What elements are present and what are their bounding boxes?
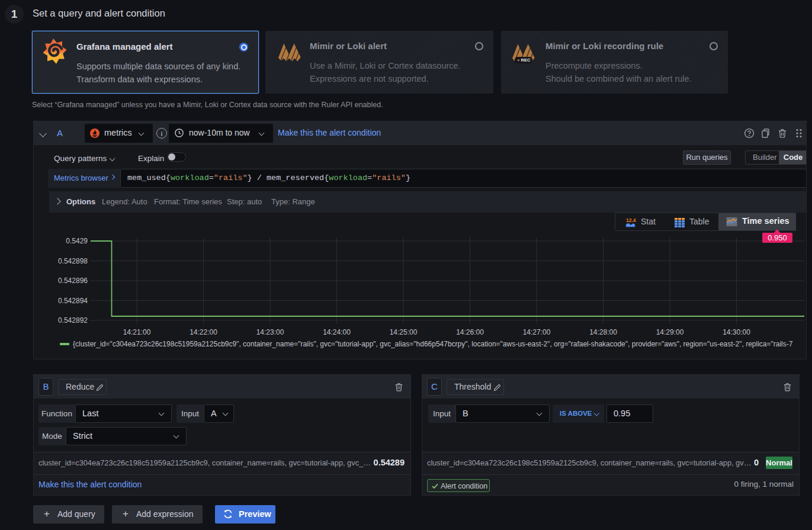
svg-text:14:27:00: 14:27:00 xyxy=(523,328,551,336)
svg-text:0.542892: 0.542892 xyxy=(58,316,88,325)
svg-text:14:23:00: 14:23:00 xyxy=(256,328,284,336)
svg-text:0.542894: 0.542894 xyxy=(58,297,88,305)
svg-text:14:25:00: 14:25:00 xyxy=(390,328,418,336)
svg-text:0.5429: 0.5429 xyxy=(66,237,88,245)
svg-text:14:28:00: 14:28:00 xyxy=(589,328,617,336)
svg-text:14:24:00: 14:24:00 xyxy=(323,328,351,336)
svg-text:14:22:00: 14:22:00 xyxy=(190,328,217,336)
svg-text:14:26:00: 14:26:00 xyxy=(456,328,484,336)
svg-text:0.542898: 0.542898 xyxy=(58,257,88,265)
svg-text:14:29:00: 14:29:00 xyxy=(656,328,684,336)
svg-text:14:30:00: 14:30:00 xyxy=(723,328,750,336)
svg-text:12.4: 12.4 xyxy=(626,217,636,223)
svg-text:14:21:00: 14:21:00 xyxy=(123,328,151,336)
svg-text:0.542896: 0.542896 xyxy=(58,277,88,285)
